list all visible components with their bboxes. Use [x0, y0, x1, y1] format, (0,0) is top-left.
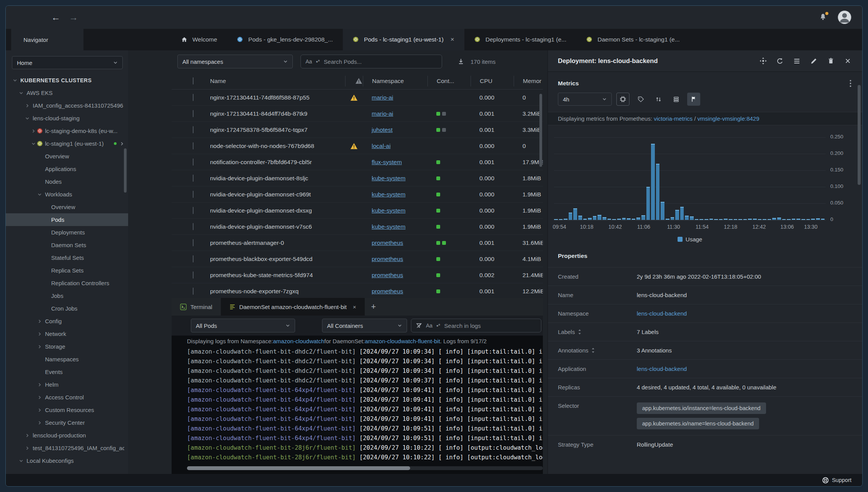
sidebar-item-kubernetes-clusters[interactable]: KUBERNETES CLUSTERS — [6, 74, 128, 86]
home-select[interactable]: Home — [12, 56, 123, 69]
table-row[interactable]: nginx-1724758378-5fb6f5847c-tqpx7juhotes… — [172, 122, 543, 138]
row-checkbox[interactable] — [193, 255, 194, 263]
logs-tab[interactable]: DaemonSet amazon-cloudwatch-fluent-bit × — [221, 298, 365, 316]
stack-button[interactable] — [669, 93, 683, 106]
namespace-link[interactable]: juhotest — [372, 126, 392, 133]
tab-welcome[interactable]: Welcome — [171, 29, 227, 50]
terminal-tab[interactable]: Terminal — [172, 298, 221, 316]
sidebar-item-security-center[interactable]: Security Center — [6, 416, 128, 429]
log-pods-select[interactable]: All Pods — [191, 319, 295, 332]
table-row[interactable]: nginx-1721304411-84d4ff7d4b-87tk9mario-a… — [172, 106, 543, 122]
table-row[interactable]: prometheus-blackbox-exporter-549dcdprome… — [172, 251, 543, 267]
chevron-down-icon[interactable] — [18, 458, 24, 464]
menu-icon[interactable] — [793, 57, 801, 65]
sidebar-item-config[interactable]: Config — [6, 315, 128, 327]
sidebar-item-jobs[interactable]: Jobs — [6, 289, 128, 302]
table-row[interactable]: node-selector-with-no-nodes-767b9d68loca… — [172, 138, 543, 154]
log-horizontal-scrollbar[interactable] — [187, 466, 543, 470]
memory-metric-button[interactable] — [634, 93, 647, 106]
namespace-link[interactable]: prometheus — [372, 256, 403, 262]
column-name[interactable]: Name — [204, 76, 345, 86]
namespace-link[interactable]: flux-system — [372, 159, 402, 165]
edit-icon[interactable] — [810, 57, 818, 65]
sidebar-item-network[interactable]: Network — [6, 327, 128, 340]
property-value[interactable]: lens-cloud-backend — [637, 366, 687, 372]
inline-link[interactable]: victoria-metrics — [654, 115, 693, 122]
row-checkbox[interactable] — [193, 207, 194, 214]
row-checkbox[interactable] — [193, 110, 194, 117]
sidebar-item-local-kubeconfigs[interactable]: Local Kubeconfigs — [6, 454, 128, 467]
sidebar-item-nodes[interactable]: Nodes — [6, 175, 128, 188]
details-scrollbar[interactable] — [858, 85, 861, 185]
namespace-select[interactable]: All namespaces — [177, 55, 293, 68]
chevron-down-icon[interactable] — [12, 77, 18, 83]
table-row[interactable]: nvidia-device-plugin-daemonset-c969tkube… — [172, 186, 543, 203]
sidebar-item-daemon-sets[interactable]: Daemon Sets — [6, 239, 128, 251]
sidebar-item-access-control[interactable]: Access Control — [6, 391, 128, 404]
namespace-link[interactable]: mario-ai — [372, 110, 393, 117]
chevron-right-icon[interactable] — [37, 344, 43, 350]
avatar[interactable] — [838, 10, 851, 24]
sidebar-item-namespaces[interactable]: Namespaces — [6, 353, 128, 366]
row-checkbox[interactable] — [193, 191, 194, 198]
chevron-right-icon[interactable] — [37, 331, 43, 337]
chevron-down-icon[interactable] — [37, 191, 43, 198]
match-case-icon[interactable]: Aa — [426, 322, 432, 329]
delete-icon[interactable] — [827, 57, 835, 65]
namespace-link[interactable]: kube-system — [372, 191, 406, 198]
chevron-right-icon[interactable] — [37, 394, 43, 401]
table-row[interactable]: notification-controller-7bfbfd6479-cbl5r… — [172, 154, 543, 170]
column-warning-icon[interactable] — [345, 76, 363, 86]
kebab-menu-icon[interactable] — [850, 80, 851, 87]
property-value[interactable]: lens-cloud-backend — [637, 310, 687, 317]
expand-toggle-icon[interactable] — [578, 329, 581, 335]
chevron-right-icon[interactable] — [37, 318, 43, 324]
chevron-down-icon[interactable] — [24, 115, 30, 121]
log-search-input[interactable] — [444, 322, 536, 329]
back-arrow-icon[interactable]: ← — [51, 13, 60, 22]
chevron-right-icon[interactable] — [120, 141, 124, 146]
regex-icon[interactable]: ▪* — [436, 322, 440, 329]
chevron-right-icon[interactable] — [37, 407, 43, 413]
sidebar-item-test-841310725496-iam-config-access[interactable]: test_841310725496_IAM_config_access — [6, 442, 128, 454]
namespace-link[interactable]: local-ai — [372, 143, 391, 149]
regex-icon[interactable]: ▪* — [316, 58, 320, 65]
row-checkbox[interactable] — [193, 288, 194, 295]
sidebar-item-events[interactable]: Events — [6, 366, 128, 378]
table-scrollbar[interactable] — [539, 94, 542, 167]
sidebar-scrollbar[interactable] — [124, 148, 127, 193]
sidebar-item-deployments[interactable]: Deployments — [6, 226, 128, 239]
sidebar-item-storage[interactable]: Storage — [6, 340, 128, 353]
row-checkbox[interactable] — [193, 223, 194, 230]
sidebar-item-pods[interactable]: Pods — [6, 213, 128, 226]
table-row[interactable]: prometheus-kube-state-metrics-5fd974prom… — [172, 267, 543, 283]
forward-arrow-icon[interactable]: → — [69, 13, 78, 22]
tab-deployments-lc-staging1-e[interactable]: Deployments - lc-staging1 (e... — [464, 29, 576, 50]
log-containers-select[interactable]: All Containers — [322, 319, 407, 332]
chevron-right-icon[interactable] — [37, 420, 43, 426]
download-icon[interactable] — [457, 58, 464, 65]
table-row[interactable]: prometheus-node-exporter-7zgxqprometheus… — [172, 283, 543, 298]
sidebar-item-overview[interactable]: Overview — [6, 150, 128, 163]
inline-link[interactable]: amazon-cloudwatch-fluent-bit — [365, 338, 440, 344]
column-namespace[interactable]: Namespace — [363, 76, 427, 86]
sidebar-item-aws-eks[interactable]: AWS EKS — [6, 86, 128, 99]
filter-off-icon[interactable] — [416, 322, 422, 329]
expand-toggle-icon[interactable] — [591, 347, 595, 353]
table-row[interactable]: nvidia-device-plugin-daemonset-dxsxgkube… — [172, 203, 543, 219]
match-case-icon[interactable]: Aa — [305, 58, 312, 65]
namespace-link[interactable]: prometheus — [372, 272, 403, 278]
column-containers[interactable]: Cont... — [427, 76, 471, 86]
sidebar-item-stateful-sets[interactable]: Stateful Sets — [6, 251, 128, 264]
table-row[interactable]: nvidia-device-plugin-daemonset-v7sc6kube… — [172, 219, 543, 235]
sidebar-item-applications[interactable]: Applications — [6, 163, 128, 175]
namespace-link[interactable]: kube-system — [372, 223, 406, 230]
tab-pods-gke-lens-dev-298208[interactable]: Pods - gke_lens-dev-298208_... — [227, 29, 343, 50]
sidebar-item-iam-config-access-841310725496[interactable]: IAM_config_access-841310725496 — [6, 99, 128, 112]
row-checkbox[interactable] — [193, 158, 194, 166]
cpu-metric-button[interactable] — [616, 93, 629, 106]
namespace-link[interactable]: kube-system — [372, 207, 406, 214]
sidebar-item-replication-controllers[interactable]: Replication Controllers — [6, 277, 128, 289]
chevron-right-icon[interactable] — [24, 432, 30, 439]
row-checkbox[interactable] — [193, 126, 194, 133]
